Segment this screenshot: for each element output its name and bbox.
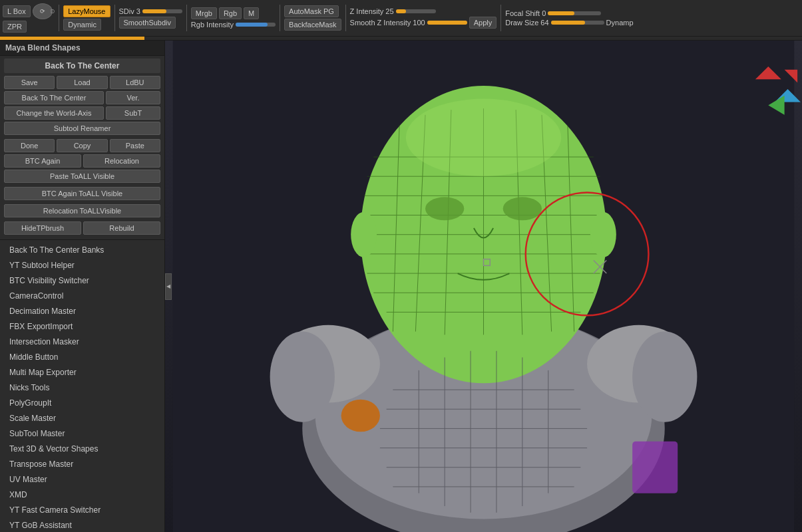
change-world-axis-button[interactable]: Change the World-Axis <box>4 106 104 120</box>
z-intensity-group: Z Intensity 25 Smooth Z Intensity 100 Ap… <box>350 7 497 29</box>
btc-all-row: BTC Again ToALL Visible <box>4 187 160 202</box>
z-intensity-value: 25 <box>385 7 393 15</box>
backface-mask-button[interactable]: BackfaceMask <box>284 19 341 31</box>
rebuild-button[interactable]: Rebuild <box>83 221 160 235</box>
plugin-item[interactable]: UV Master <box>4 472 160 487</box>
sdiv-label: SDiv <box>119 7 134 15</box>
plugin-item[interactable]: FBX ExportImport <box>4 319 160 334</box>
plugin-item[interactable]: Multi Map Exporter <box>4 365 160 380</box>
btc-row: Back To The Center Ver. <box>4 91 160 104</box>
divider-6 <box>501 5 501 31</box>
paste-to-all-button[interactable]: Paste ToALL Visible <box>4 170 160 183</box>
sdiv-slider[interactable] <box>142 9 182 13</box>
dynamp-label: Dynamp <box>606 19 634 27</box>
svg-point-25 <box>425 197 464 220</box>
relocation-to-all-button[interactable]: Relocation ToALLVisible <box>4 204 160 217</box>
top-toolbar: L Box ⟳ D ZPR LazyMouse Dynamic SDiv 3 <box>0 0 802 37</box>
rgb-button[interactable]: Rgb <box>219 7 242 19</box>
divider-5 <box>345 5 346 31</box>
divider-2 <box>114 5 115 31</box>
svg-rect-43 <box>632 442 678 493</box>
draw-size-slider[interactable] <box>551 21 604 25</box>
subtool-renamer-button[interactable]: Subtool Renamer <box>4 122 160 135</box>
plugin-item[interactable]: Nicks Tools <box>4 380 160 395</box>
plugin-item[interactable]: Back To The Center Banks <box>4 243 160 257</box>
plugin-item[interactable]: CameraControl <box>4 289 160 303</box>
plugin-item[interactable]: Scale Master <box>4 411 160 426</box>
paste-all-row: Paste ToALL Visible <box>4 170 160 185</box>
smooth-z-value: 100 <box>413 19 425 27</box>
svg-point-27 <box>351 212 377 257</box>
focal-shift-slider[interactable] <box>548 11 601 15</box>
copy-button[interactable]: Copy <box>57 139 107 152</box>
plugin-item[interactable]: SubTool Master <box>4 426 160 441</box>
smooth-subdiv-button[interactable]: SmoothSubdiv <box>119 17 176 29</box>
divider-1 <box>59 5 59 31</box>
left-panel-wrapper: Maya Blend Shapes Back To The Center Sav… <box>0 41 165 532</box>
plugin-item[interactable]: Middle Button <box>4 350 160 364</box>
smooth-z-label: Smooth Z Intensity <box>350 19 411 27</box>
subt-button[interactable]: SubT <box>106 106 160 120</box>
btc-section: Back To The Center Save Load LdBU Back T… <box>0 56 164 240</box>
apply-button[interactable]: Apply <box>469 17 497 29</box>
canvas-area <box>165 41 802 532</box>
done-button[interactable]: Done <box>4 139 55 152</box>
plugin-item[interactable]: Decimation Master <box>4 304 160 319</box>
mrgb-group: Mrgb Rgb M Rgb Intensity <box>191 7 276 29</box>
auto-mask-button[interactable]: AutoMask PG <box>284 5 339 17</box>
rgb-intensity-label: Rgb Intensity <box>191 21 234 29</box>
lazy-group: LazyMouse Dynamic <box>63 5 110 31</box>
load-button[interactable]: Load <box>57 76 107 89</box>
plugin-item[interactable]: YT Fast Camera Switcher <box>4 503 160 517</box>
save-row: Save Load LdBU <box>4 76 160 89</box>
plugin-item[interactable]: Intersection Masker <box>4 334 160 349</box>
btc-again-button[interactable]: BTC Again <box>4 154 81 168</box>
save-button[interactable]: Save <box>4 76 55 89</box>
back-to-center-button[interactable]: Back To The Center <box>4 91 104 104</box>
plugin-item[interactable]: Text 3D & Vector Shapes <box>4 442 160 456</box>
done-copy-row: Done Copy Paste <box>4 139 160 152</box>
plugin-item[interactable]: PolyGroupIt <box>4 396 160 410</box>
viewport[interactable] <box>165 41 802 532</box>
left-panel: Maya Blend Shapes Back To The Center Sav… <box>0 41 165 532</box>
collapse-panel-button[interactable]: ◀ <box>165 273 172 300</box>
btc-again-row: BTC Again Relocation <box>4 154 160 168</box>
lbu-button[interactable]: LdBU <box>110 76 160 89</box>
svg-point-28 <box>590 212 616 257</box>
viewport-svg <box>165 41 802 532</box>
zpr-button[interactable]: ZPR <box>3 21 27 33</box>
orbit-button[interactable]: ⟳ <box>33 3 53 19</box>
divider-3 <box>186 5 187 31</box>
l-box-button[interactable]: L Box <box>3 5 31 17</box>
plugin-item[interactable]: XMD <box>4 487 160 502</box>
hide-tp-brush-button[interactable]: HideTPbrush <box>4 221 81 235</box>
plugin-item[interactable]: YT Subtool Helper <box>4 258 160 273</box>
lazy-mouse-button[interactable]: LazyMouse <box>63 5 110 17</box>
ver-button[interactable]: Ver. <box>106 91 160 104</box>
relocation-all-row: Relocation ToALLVisible <box>4 204 160 219</box>
focal-shift-label: Focal Shift <box>505 9 540 17</box>
btc-again-to-all-button[interactable]: BTC Again ToALL Visible <box>4 187 160 200</box>
z-intensity-slider[interactable] <box>396 9 436 13</box>
focal-group: Focal Shift 0 Draw Size 64 Dynamp <box>505 9 633 27</box>
mrgb-button[interactable]: Mrgb <box>191 7 217 19</box>
plugin-item[interactable]: BTC Visibility Switcher <box>4 273 160 288</box>
divider-4 <box>280 5 280 31</box>
dynamic-button[interactable]: Dynamic <box>63 19 101 31</box>
plugin-item[interactable]: YT GoB Assistant <box>4 518 160 532</box>
m-button[interactable]: M <box>244 7 259 19</box>
draw-size-value: 64 <box>540 19 548 27</box>
panel-header: Maya Blend Shapes <box>0 41 164 56</box>
section-title: Back To The Center <box>4 59 160 73</box>
sdiv-value: 3 <box>136 7 140 15</box>
mode-group: L Box ⟳ D ZPR <box>3 3 55 33</box>
change-axis-row: Change the World-Axis SubT <box>4 106 160 120</box>
relocation-button[interactable]: Relocation <box>83 154 160 168</box>
rgb-intensity-slider[interactable] <box>236 23 276 27</box>
smooth-z-slider[interactable] <box>427 21 467 25</box>
z-intensity-label: Z Intensity <box>350 7 384 15</box>
sdiv-group: SDiv 3 SmoothSubdiv <box>119 7 182 29</box>
svg-point-26 <box>503 197 542 220</box>
paste-button[interactable]: Paste <box>110 139 160 152</box>
plugin-item[interactable]: Transpose Master <box>4 457 160 471</box>
